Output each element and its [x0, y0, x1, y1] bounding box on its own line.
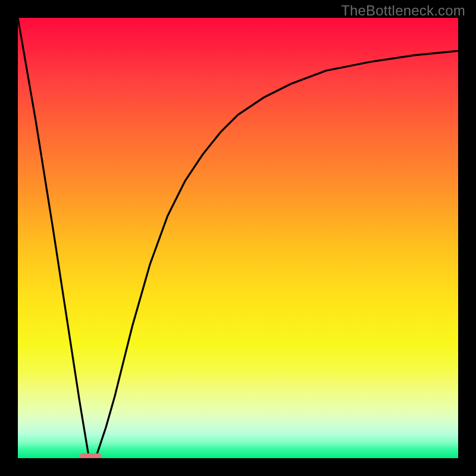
optimal-marker — [79, 453, 102, 458]
bottleneck-curve — [18, 18, 458, 458]
chart-frame: TheBottleneck.com — [0, 0, 476, 476]
watermark-text: TheBottleneck.com — [341, 2, 465, 19]
plot-area — [18, 18, 458, 458]
